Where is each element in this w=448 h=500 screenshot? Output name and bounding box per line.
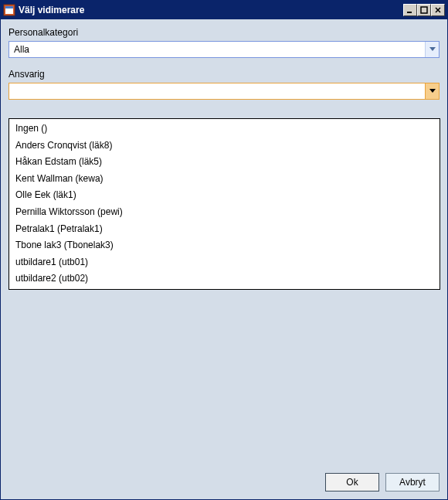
close-button[interactable]: [431, 4, 445, 16]
category-combo-arrow[interactable]: [425, 42, 439, 57]
svg-rect-3: [407, 12, 412, 13]
minimize-button[interactable]: [403, 4, 417, 16]
ok-button[interactable]: Ok: [325, 473, 379, 491]
maximize-button[interactable]: [417, 4, 431, 16]
dropdown-item[interactable]: Kent Wallman (kewa): [12, 171, 436, 188]
dropdown-item[interactable]: Anders Cronqvist (läk8): [12, 138, 436, 155]
dialog-window: Välj vidimerare Personalkategori Alla An…: [0, 0, 448, 500]
dropdown-item[interactable]: utbildare1 (utb01): [12, 254, 436, 271]
dropdown-item[interactable]: Ingen (): [12, 121, 436, 138]
category-label: Personalkategori: [8, 27, 440, 38]
responsible-combo-arrow[interactable]: [425, 83, 439, 99]
dropdown-item[interactable]: Tbone lak3 (Tbonelak3): [12, 237, 436, 254]
cancel-button[interactable]: Avbryt: [385, 473, 440, 491]
category-combo[interactable]: Alla: [8, 41, 440, 58]
responsible-dropdown-list: Ingen () Anders Cronqvist (läk8) Håkan E…: [8, 118, 440, 290]
dropdown-item[interactable]: Olle Eek (läk1): [12, 187, 436, 204]
responsible-label: Ansvarig: [8, 69, 440, 80]
svg-rect-4: [421, 7, 427, 13]
window-icon: [3, 4, 15, 16]
titlebar[interactable]: Välj vidimerare: [1, 1, 447, 19]
dropdown-item[interactable]: utbildare2 (utb02): [12, 270, 436, 287]
dropdown-item[interactable]: Pernilla Wiktorsson (pewi): [12, 204, 436, 221]
window-title: Välj vidimerare: [19, 5, 403, 15]
svg-rect-2: [5, 6, 13, 9]
dialog-content: Personalkategori Alla Ansvarig Ingen () …: [1, 19, 447, 465]
dialog-footer: Ok Avbryt: [1, 465, 447, 499]
dropdown-item[interactable]: Håkan Edstam (läk5): [12, 154, 436, 171]
dropdown-item[interactable]: Petralak1 (Petralak1): [12, 221, 436, 238]
window-controls: [403, 4, 445, 16]
category-combo-value: Alla: [9, 44, 425, 55]
responsible-combo[interactable]: [8, 83, 440, 100]
